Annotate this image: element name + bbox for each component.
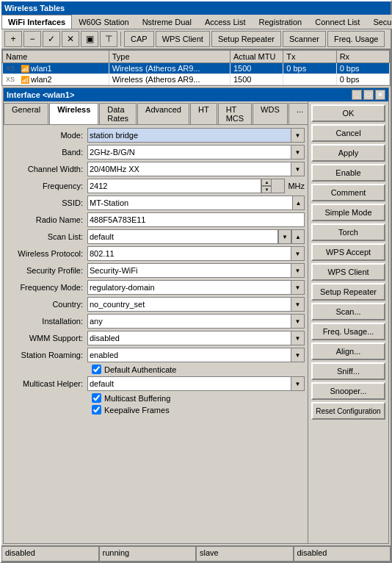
default-authenticate-checkbox[interactable] bbox=[92, 365, 101, 374]
nav-tab-access[interactable]: Access List bbox=[198, 15, 253, 29]
station-roaming-dropdown-arrow[interactable]: ▼ bbox=[291, 348, 305, 362]
tab-ht-mcs[interactable]: HT MCS bbox=[218, 103, 252, 124]
multicast-helper-input[interactable] bbox=[87, 376, 291, 391]
installation-input[interactable] bbox=[87, 314, 291, 329]
scan-list-down-arrow[interactable]: ▼ bbox=[278, 229, 291, 244]
wmm-support-dropdown-arrow[interactable]: ▼ bbox=[291, 331, 305, 345]
band-dropdown-arrow[interactable]: ▼ bbox=[291, 145, 305, 159]
nav-tab-nstreme[interactable]: Nstreme Dual bbox=[136, 15, 198, 29]
filter-button[interactable]: ⊤ bbox=[100, 31, 117, 47]
torch-button[interactable]: Torch bbox=[311, 223, 385, 241]
wps-client-button[interactable]: WPS Client bbox=[311, 263, 385, 281]
xs-badge: XS bbox=[6, 76, 19, 83]
wps-accept-button[interactable]: WPS Accept bbox=[311, 243, 385, 261]
sniff-button[interactable]: Sniff... bbox=[311, 362, 385, 380]
col-rx[interactable]: Rx bbox=[336, 51, 389, 63]
tab-wds[interactable]: WDS bbox=[253, 103, 288, 124]
align-button[interactable]: Align... bbox=[311, 343, 385, 360]
comment-button[interactable]: Comment bbox=[311, 184, 385, 201]
nav-tab-connect[interactable]: Connect List bbox=[308, 15, 366, 29]
reset-config-button[interactable]: Reset Configuration bbox=[311, 402, 385, 420]
radio-name-input[interactable] bbox=[87, 212, 305, 227]
station-roaming-label: Station Roaming: bbox=[7, 351, 87, 359]
country-dropdown-arrow[interactable]: ▼ bbox=[291, 297, 305, 312]
add-button[interactable]: + bbox=[4, 31, 22, 47]
check-button[interactable]: ✓ bbox=[43, 31, 60, 47]
station-roaming-input[interactable] bbox=[87, 348, 291, 362]
table-row[interactable]: XS 📶 wlan1 Wireless (Atheros AR9... 1500… bbox=[3, 63, 390, 74]
nav-tab-registration[interactable]: Registration bbox=[253, 15, 309, 29]
frequency-control: ▲ ▼ MHz bbox=[87, 179, 305, 193]
tab-general[interactable]: General bbox=[4, 103, 48, 124]
security-profile-row: Security Profile: ▼ bbox=[7, 263, 305, 278]
table-row[interactable]: XS 📶 wlan2 Wireless (Atheros AR9... 1500… bbox=[3, 74, 390, 85]
multicast-helper-dropdown-arrow[interactable]: ▼ bbox=[291, 376, 305, 391]
installation-dropdown-arrow[interactable]: ▼ bbox=[291, 314, 305, 329]
keepalive-frames-checkbox[interactable] bbox=[92, 405, 101, 415]
channel-width-row: Channel Width: ▼ bbox=[7, 162, 305, 176]
col-tx[interactable]: Tx bbox=[283, 51, 336, 63]
wps-client-toolbar-button[interactable]: WPS Client bbox=[156, 31, 210, 47]
mode-dropdown-arrow[interactable]: ▼ bbox=[291, 128, 305, 143]
tab-wireless[interactable]: Wireless bbox=[49, 103, 98, 124]
wireless-protocol-dropdown-arrow[interactable]: ▼ bbox=[291, 246, 305, 261]
country-input[interactable] bbox=[87, 297, 291, 312]
mode-input[interactable] bbox=[87, 128, 291, 143]
maximize-button[interactable]: □ bbox=[363, 90, 374, 100]
nav-tab-w60g[interactable]: W60G Station bbox=[72, 15, 135, 29]
country-label: Country: bbox=[7, 300, 87, 309]
cap-button[interactable]: CAP bbox=[124, 31, 154, 47]
setup-repeater-button[interactable]: Setup Repeater bbox=[311, 283, 385, 301]
radio-name-label: Radio Name: bbox=[7, 215, 87, 224]
wlan1-name: wlan1 bbox=[31, 64, 52, 73]
scan-button[interactable]: Scan... bbox=[311, 303, 385, 320]
wlan2-mtu: 1500 bbox=[230, 74, 283, 85]
col-name[interactable]: Name bbox=[3, 51, 109, 63]
frequency-input[interactable] bbox=[87, 179, 261, 193]
channel-width-dropdown-arrow[interactable]: ▼ bbox=[291, 162, 305, 176]
scan-list-input[interactable] bbox=[87, 229, 278, 244]
multicast-buffering-checkbox[interactable] bbox=[92, 393, 101, 403]
ssid-row: SSID: ▲ bbox=[7, 196, 305, 210]
simple-mode-button[interactable]: Simple Mode bbox=[311, 204, 385, 221]
remove-button[interactable]: − bbox=[23, 31, 41, 47]
frequency-down-arrow[interactable]: ▼ bbox=[261, 186, 272, 193]
close-button[interactable]: ✕ bbox=[375, 90, 385, 100]
tab-data-rates[interactable]: Data Rates bbox=[99, 103, 137, 124]
ssid-scroll-button[interactable]: ▲ bbox=[293, 196, 305, 210]
frequency-scroll[interactable] bbox=[272, 179, 285, 193]
ok-button[interactable]: OK bbox=[311, 104, 385, 122]
nav-tab-wifi[interactable]: WiFi Interfaces bbox=[1, 15, 72, 29]
setup-repeater-toolbar-button[interactable]: Setup Repeater bbox=[211, 31, 281, 47]
col-type[interactable]: Type bbox=[109, 51, 230, 63]
cancel-button[interactable]: Cancel bbox=[311, 124, 385, 142]
mhz-unit: MHz bbox=[288, 182, 305, 190]
freq-usage-toolbar-button[interactable]: Freq. Usage bbox=[327, 31, 385, 47]
channel-width-input[interactable] bbox=[87, 162, 291, 176]
frequency-mode-dropdown-arrow[interactable]: ▼ bbox=[291, 280, 305, 295]
tab-advanced[interactable]: Advanced bbox=[137, 103, 189, 124]
snooper-button[interactable]: Snooper... bbox=[311, 382, 385, 400]
nav-tab-security[interactable]: Security Profile bbox=[366, 15, 392, 29]
cancel-x-button[interactable]: ✕ bbox=[62, 31, 79, 47]
frequency-mode-input[interactable] bbox=[87, 280, 291, 295]
scanner-button[interactable]: Scanner bbox=[283, 31, 326, 47]
security-profile-dropdown-arrow[interactable]: ▼ bbox=[291, 263, 305, 278]
copy-button[interactable]: ▣ bbox=[81, 31, 98, 47]
minimize-button[interactable]: _ bbox=[352, 90, 362, 100]
enable-button[interactable]: Enable bbox=[311, 164, 385, 182]
tab-ht[interactable]: HT bbox=[190, 103, 217, 124]
security-profile-input[interactable] bbox=[87, 263, 291, 278]
wmm-support-select-wrap: ▼ bbox=[87, 331, 305, 345]
apply-button[interactable]: Apply bbox=[311, 144, 385, 162]
frequency-up-arrow[interactable]: ▲ bbox=[261, 179, 272, 186]
tab-more[interactable]: ... bbox=[288, 103, 308, 124]
channel-width-label: Channel Width: bbox=[7, 165, 87, 173]
ssid-input[interactable] bbox=[87, 196, 293, 210]
wireless-protocol-input[interactable] bbox=[87, 246, 291, 261]
band-input[interactable] bbox=[87, 145, 291, 159]
scan-list-up-arrow[interactable]: ▲ bbox=[291, 229, 305, 244]
wmm-support-input[interactable] bbox=[87, 331, 291, 345]
col-mtu[interactable]: Actual MTU bbox=[230, 51, 283, 63]
freq-usage-button[interactable]: Freq. Usage... bbox=[311, 323, 385, 340]
